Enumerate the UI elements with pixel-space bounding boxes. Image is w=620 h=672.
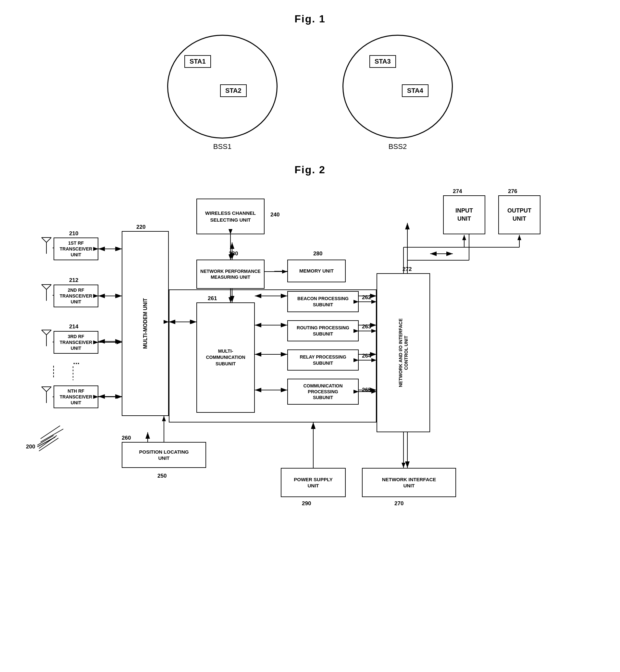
- multi-modem-label: MULTI-MODEM UNIT: [122, 232, 168, 415]
- network-perf-label: NETWORK PERFORMANCEMEASURING UNIT: [200, 268, 261, 280]
- svg-line-47: [37, 436, 54, 445]
- multi-modem-block: MULTI-MODEM UNIT: [122, 231, 169, 416]
- sta2-box: STA2: [220, 85, 247, 97]
- multi-comm-label: MULTI-COMMUNICATIONSUBUNIT: [199, 348, 252, 367]
- label-264: 264: [362, 353, 371, 359]
- input-block: INPUTUNIT: [443, 195, 485, 234]
- sta1-box: STA1: [185, 55, 211, 68]
- label-290: 290: [302, 500, 311, 507]
- routing-block: ROUTING PROCESSINGSUBUNIT: [287, 320, 359, 341]
- output-label: OUTPUTUNIT: [507, 207, 531, 223]
- rf3-label: 3RD RFTRANSCEIVER UNIT: [56, 334, 96, 351]
- svg-line-44: [42, 387, 46, 392]
- label-274: 274: [453, 188, 462, 195]
- bss2-circle: STA3 STA4: [343, 35, 453, 138]
- position-label: POSITION LOCATINGUNIT: [139, 449, 189, 461]
- routing-label: ROUTING PROCESSINGSUBUNIT: [297, 325, 349, 336]
- beacon-label: BEACON PROCESSINGSUBUNIT: [297, 296, 349, 307]
- bss2-group: STA3 STA4 BSS2: [343, 35, 453, 151]
- antenna-2: [40, 283, 53, 302]
- label-210: 210: [69, 230, 78, 237]
- rf3-transceiver-block: 3RD RFTRANSCEIVER UNIT: [54, 331, 98, 354]
- label-270: 270: [395, 500, 404, 507]
- sta3-box: STA3: [369, 55, 396, 68]
- bss1-circle: STA1 STA2: [167, 35, 277, 138]
- svg-line-45: [46, 387, 51, 392]
- bss2-label: BSS2: [389, 143, 407, 151]
- rf2-label: 2ND RFTRANSCEIVER UNIT: [56, 287, 96, 305]
- antenna-3: [40, 328, 53, 347]
- network-io-block: NETWORK AND I/O INTERFACECONTROL UNIT: [376, 273, 430, 432]
- svg-line-36: [42, 285, 46, 289]
- svg-line-48: [37, 437, 55, 447]
- fig2-title: Fig. 2: [19, 164, 601, 176]
- wireless-channel-block: WIRELESS CHANNELSELECTING UNIT: [196, 199, 265, 234]
- fig2-container: 1ST RF TRANSCEIVER UNIT 2ND RFTRANSCEIVE…: [21, 185, 599, 568]
- fig1-title: Fig. 1: [19, 13, 601, 25]
- bss1-group: STA1 STA2 BSS1: [167, 35, 277, 151]
- comm-proc-label: COMMUNICATIONPROCESSINGSUBUNIT: [303, 383, 343, 401]
- network-performance-block: NETWORK PERFORMANCEMEASURING UNIT: [196, 260, 265, 289]
- rf1-label: 1ST RF TRANSCEIVER UNIT: [56, 240, 96, 258]
- wireless-channel-label: WIRELESS CHANNELSELECTING UNIT: [205, 210, 256, 223]
- rfn-label: NTH RFTRANSCEIVER UNIT: [56, 388, 96, 406]
- power-supply-block: POWER SUPPLYUNIT: [281, 468, 346, 497]
- network-interface-block: NETWORK INTERFACEUNIT: [362, 468, 456, 497]
- label-212: 212: [69, 277, 78, 284]
- rf2-transceiver-block: 2ND RFTRANSCEIVER UNIT: [54, 285, 98, 307]
- page-container: Fig. 1 STA1 STA2 BSS1 STA3 STA4 BSS2 Fig…: [0, 0, 620, 581]
- memory-block: MEMORY UNIT: [287, 260, 346, 282]
- network-interface-label: NETWORK INTERFACEUNIT: [382, 477, 436, 489]
- label-240: 240: [270, 212, 279, 218]
- relay-label: RELAY PROCESSINGSUBUNIT: [300, 354, 346, 366]
- memory-label: MEMORY UNIT: [299, 268, 334, 274]
- multi-comm-block: MULTI-COMMUNICATIONSUBUNIT: [196, 302, 255, 413]
- svg-line-41: [46, 330, 51, 335]
- label-214: 214: [69, 324, 78, 330]
- rf1-transceiver-block: 1ST RF TRANSCEIVER UNIT: [54, 237, 98, 260]
- label-265: 265: [362, 387, 371, 393]
- svg-line-33: [46, 237, 51, 242]
- label-280: 280: [313, 250, 322, 257]
- rfn-transceiver-block: NTH RFTRANSCEIVER UNIT: [54, 386, 98, 408]
- rf-dots: ...: [73, 357, 80, 366]
- beacon-block: BEACON PROCESSINGSUBUNIT: [287, 291, 359, 312]
- label-272: 272: [403, 266, 412, 273]
- label-260: 260: [122, 435, 131, 441]
- antenna-1: [40, 236, 53, 255]
- label-220: 220: [136, 224, 145, 230]
- input-label: INPUTUNIT: [455, 207, 473, 223]
- network-io-label: NETWORK AND I/O INTERFACECONTROL UNIT: [377, 274, 429, 432]
- svg-line-32: [42, 237, 46, 242]
- ref-200-area: [34, 429, 73, 450]
- fig1-container: STA1 STA2 BSS1 STA3 STA4 BSS2: [19, 35, 601, 151]
- relay-block: RELAY PROCESSINGSUBUNIT: [287, 349, 359, 371]
- power-supply-label: POWER SUPPLYUNIT: [294, 477, 332, 489]
- antenna-n: [40, 385, 53, 404]
- sta4-box: STA4: [402, 85, 428, 97]
- position-block: POSITION LOCATINGUNIT: [122, 442, 206, 468]
- label-262: 262: [362, 294, 371, 301]
- svg-line-40: [42, 330, 46, 335]
- label-263: 263: [362, 324, 371, 330]
- label-276: 276: [508, 188, 517, 195]
- label-230: 230: [229, 250, 238, 257]
- output-block: OUTPUTUNIT: [498, 195, 540, 234]
- label-261: 261: [208, 295, 217, 302]
- comm-proc-block: COMMUNICATIONPROCESSINGSUBUNIT: [287, 379, 359, 405]
- label-200: 200: [26, 444, 35, 450]
- label-250: 250: [157, 473, 166, 479]
- svg-line-37: [46, 285, 51, 289]
- bss1-label: BSS1: [213, 143, 231, 151]
